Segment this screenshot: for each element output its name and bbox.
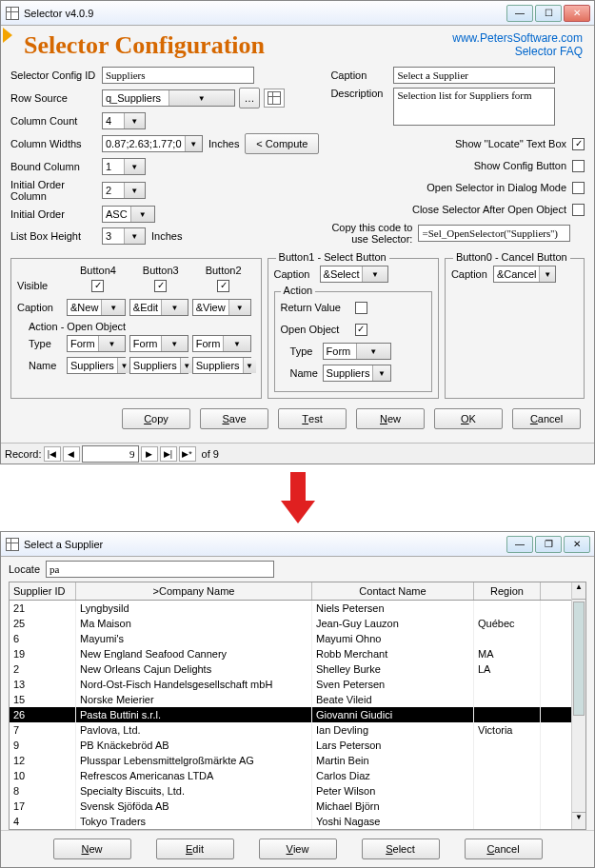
initial-order-combo[interactable]: ASC▼ bbox=[102, 206, 155, 223]
btn2-caption[interactable]: &View▼ bbox=[192, 299, 251, 316]
label-button2: Button2 bbox=[192, 265, 255, 276]
datasheet-icon[interactable] bbox=[264, 89, 285, 108]
list-row[interactable]: 21LyngbysildNiels Petersen bbox=[10, 601, 571, 616]
btn1-caption[interactable]: &Select▼ bbox=[320, 266, 388, 283]
show-locate-checkbox[interactable]: ✓ bbox=[572, 138, 585, 150]
btn1-type[interactable]: Form▼ bbox=[323, 343, 391, 360]
close-button2[interactable]: ✕ bbox=[564, 536, 590, 553]
locate-input[interactable] bbox=[46, 561, 274, 578]
record-label: Record: bbox=[5, 448, 42, 460]
record-number[interactable] bbox=[82, 445, 139, 463]
btn4-type[interactable]: Form▼ bbox=[67, 335, 126, 352]
list-row[interactable]: 26Pasta Buttini s.r.l.Giovanni Giudici bbox=[10, 707, 571, 722]
titlebar2[interactable]: Select a Supplier — ❐ ✕ bbox=[1, 532, 594, 557]
nav-first[interactable]: |◀ bbox=[44, 446, 61, 462]
label-initial-order: Initial Order bbox=[10, 208, 102, 220]
label-caption0: Caption bbox=[451, 268, 493, 280]
list-row[interactable]: 13Nord-Ost-Fisch Handelsgesellschaft mbH… bbox=[10, 677, 571, 692]
list-row[interactable]: 15Norske MeierierBeate Vileid bbox=[10, 692, 571, 707]
list-row[interactable]: 9PB Knäckebröd ABLars Peterson bbox=[10, 738, 571, 753]
close-after-checkbox[interactable] bbox=[572, 204, 585, 216]
close-button[interactable]: ✕ bbox=[564, 5, 590, 22]
row-source-browse[interactable]: … bbox=[239, 88, 260, 108]
label-config-id: Selector Config ID bbox=[10, 69, 102, 81]
minimize-button[interactable]: — bbox=[506, 5, 533, 22]
nav-new[interactable]: ▶* bbox=[179, 446, 196, 462]
column-count-combo[interactable]: 4▼ bbox=[102, 112, 146, 129]
caption-input[interactable] bbox=[393, 67, 555, 84]
list-row[interactable]: 6Mayumi'sMayumi Ohno bbox=[10, 631, 571, 646]
config-id-input[interactable] bbox=[102, 67, 254, 84]
test-button[interactable]: Test bbox=[278, 408, 347, 429]
copy-code-input[interactable] bbox=[418, 225, 570, 242]
list-row[interactable]: 7Pavlova, Ltd.Ian DevlingVictoria bbox=[10, 722, 571, 738]
label-visible: Visible bbox=[17, 280, 67, 291]
column-widths-combo[interactable]: 0.87;2.63;1.77;0▼ bbox=[102, 135, 203, 152]
list-row[interactable]: 10Refrescos Americanas LTDACarlos Diaz bbox=[10, 768, 571, 783]
maximize-button[interactable]: ☐ bbox=[535, 5, 562, 22]
copy-button[interactable]: Copy bbox=[122, 408, 190, 429]
col-company[interactable]: >Company Name bbox=[76, 582, 312, 600]
label-open-object: Open Object bbox=[281, 324, 355, 335]
list-row[interactable]: 4Tokyo TradersYoshi Nagase bbox=[10, 814, 571, 829]
label-close-after: Close Selector After Open Object bbox=[412, 204, 566, 215]
cancel-button2[interactable]: Cancel bbox=[465, 838, 543, 859]
col-region[interactable]: Region bbox=[474, 582, 541, 600]
btn2-type[interactable]: Form▼ bbox=[192, 335, 251, 352]
selector-window: Select a Supplier — ❐ ✕ Locate Supplier … bbox=[0, 531, 595, 868]
btn3-caption[interactable]: &Edit▼ bbox=[129, 299, 188, 316]
restore-button2[interactable]: ❐ bbox=[535, 536, 562, 553]
btn0-caption[interactable]: &Cancel▼ bbox=[493, 266, 556, 283]
edit-button2[interactable]: Edit bbox=[156, 838, 234, 859]
cancel-button[interactable]: Cancel bbox=[512, 408, 581, 429]
list-row[interactable]: 2New Orleans Cajun DelightsShelley Burke… bbox=[10, 661, 571, 677]
col-contact[interactable]: Contact Name bbox=[312, 582, 474, 600]
scrollbar-thumb[interactable] bbox=[573, 602, 585, 716]
faq-link[interactable]: Selector FAQ bbox=[452, 45, 583, 58]
site-link[interactable]: www.PetersSoftware.com bbox=[452, 31, 583, 45]
list-box-height-combo[interactable]: 3▼ bbox=[102, 227, 146, 245]
bound-column-combo[interactable]: 1▼ bbox=[102, 158, 146, 175]
nav-next[interactable]: ▶ bbox=[141, 446, 158, 462]
list-row[interactable]: 12Plusspar Lebensmittelgroßmärkte AGMart… bbox=[10, 753, 571, 768]
vis2-checkbox[interactable]: ✓ bbox=[217, 280, 229, 292]
list-row[interactable]: 25Ma MaisonJean-Guy LauzonQuébec bbox=[10, 616, 571, 631]
list-row[interactable]: 17Svensk Sjöföda ABMichael Björn bbox=[10, 799, 571, 814]
new-button[interactable]: New bbox=[356, 408, 425, 429]
list-row[interactable]: 19New England Seafood CanneryRobb Mercha… bbox=[10, 646, 571, 661]
supplier-list: Supplier ID >Company Name Contact Name R… bbox=[9, 582, 586, 830]
open-object-checkbox[interactable]: ✓ bbox=[355, 324, 367, 336]
label-name: Name bbox=[17, 360, 67, 371]
window2-title: Select a Supplier bbox=[24, 539, 506, 550]
show-config-checkbox[interactable] bbox=[572, 160, 585, 172]
list-header: Supplier ID >Company Name Contact Name R… bbox=[10, 582, 571, 601]
titlebar[interactable]: Selector v4.0.9 — ☐ ✕ bbox=[1, 1, 594, 26]
btn4-caption[interactable]: &New▼ bbox=[67, 299, 126, 316]
new-button2[interactable]: New bbox=[53, 838, 131, 859]
btn3-type[interactable]: Form▼ bbox=[129, 335, 188, 352]
select-button2[interactable]: Select bbox=[362, 838, 440, 859]
btn4-name[interactable]: Suppliers▼ bbox=[67, 357, 126, 374]
nav-prev[interactable]: ◀ bbox=[63, 446, 80, 462]
col-supplier-id[interactable]: Supplier ID bbox=[10, 582, 76, 600]
description-input[interactable] bbox=[393, 88, 555, 126]
nav-last[interactable]: ▶| bbox=[160, 446, 177, 462]
return-value-checkbox[interactable] bbox=[355, 302, 367, 314]
btn3-name[interactable]: Suppliers▼ bbox=[129, 357, 188, 374]
btn1-name[interactable]: Suppliers▼ bbox=[323, 365, 391, 382]
ok-button[interactable]: OK bbox=[434, 408, 503, 429]
btn2-name[interactable]: Suppliers▼ bbox=[192, 357, 251, 374]
minimize-button2[interactable]: — bbox=[506, 536, 533, 553]
vis3-checkbox[interactable]: ✓ bbox=[154, 280, 167, 292]
compute-button[interactable]: < Compute bbox=[245, 133, 319, 154]
initial-order-col-combo[interactable]: 2▼ bbox=[102, 182, 146, 199]
open-dialog-checkbox[interactable] bbox=[572, 182, 585, 194]
scrollbar[interactable]: ▲ ▼ bbox=[571, 582, 585, 829]
vis4-checkbox[interactable]: ✓ bbox=[91, 280, 104, 292]
record-navigator: Record: |◀ ◀ ▶ ▶| ▶* of 9 bbox=[1, 443, 594, 464]
list-row[interactable]: 8Specialty Biscuits, Ltd.Peter Wilson bbox=[10, 783, 571, 799]
row-source-combo[interactable]: q_Suppliers▼ bbox=[102, 89, 235, 107]
view-button2[interactable]: View bbox=[259, 838, 337, 859]
save-button[interactable]: Save bbox=[200, 408, 268, 429]
expand-icon[interactable] bbox=[3, 28, 12, 43]
